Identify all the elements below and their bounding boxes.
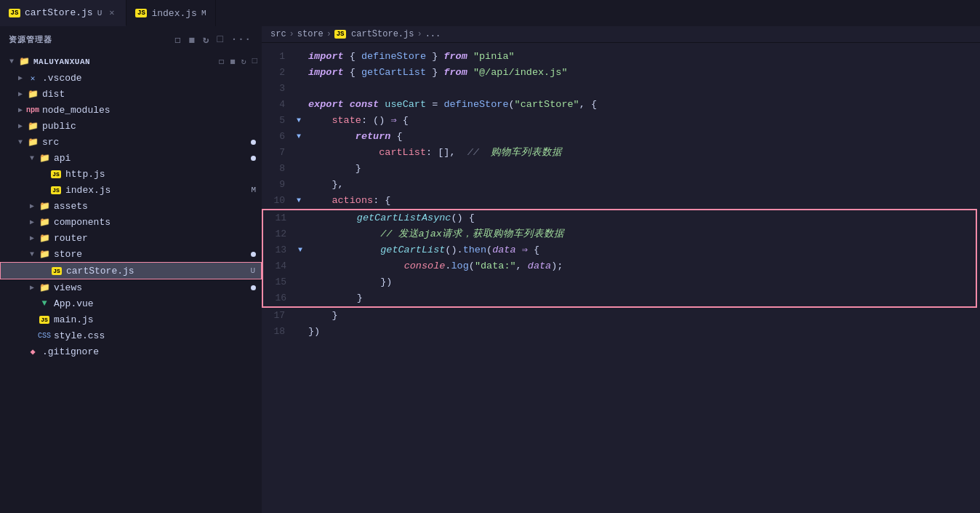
tree-item-main-js[interactable]: JS main.js <box>0 311 262 327</box>
root-actions: ◻ ◼ ↻ □ <box>217 55 259 68</box>
app-vue-icon: ▼ <box>38 297 51 310</box>
tree-item-store[interactable]: ▼ 📁 store <box>0 246 262 262</box>
tree-item-gitignore[interactable]: ◆ .gitignore <box>0 343 262 359</box>
api-modified-dot <box>251 156 256 161</box>
line-arrow-5: ▼ <box>297 113 308 129</box>
tree-item-views[interactable]: ▶ 📁 views <box>0 279 262 295</box>
more-icon[interactable]: ··· <box>230 32 253 47</box>
file-tree: ▼ 📁 MALUYANXUAN ◻ ◼ ↻ □ ▶ ✕ .vscode ▶ 📁 <box>0 53 262 513</box>
tab-cartStore[interactable]: JS cartStore.js U ✕ <box>0 0 126 26</box>
sidebar: 资源管理器 ◻ ◼ ↻ □ ··· ▼ 📁 MALUYANXUAN ◻ ◼ ↻ … <box>0 26 262 513</box>
breadcrumb-file: cartStore.js <box>351 29 414 39</box>
components-label: components <box>54 217 111 228</box>
tab-index[interactable]: JS index.js M <box>126 0 215 26</box>
style-css-label: style.css <box>54 330 105 341</box>
code-line-13: 13 ▼ getCartList().then(data ⇒ { <box>263 242 976 258</box>
main-js-icon: JS <box>38 313 51 326</box>
new-file-icon[interactable]: ◻ <box>173 32 182 47</box>
tree-item-style-css[interactable]: CSS style.css <box>0 327 262 343</box>
line-content-8: } <box>308 161 980 177</box>
tree-item-components[interactable]: ▶ 📁 components <box>0 214 262 230</box>
gitignore-label: .gitignore <box>42 346 99 357</box>
line-content-7: cartList: [], // 购物车列表数据 <box>308 145 980 161</box>
breadcrumb-js-icon: JS <box>334 30 346 39</box>
http-js-label: http.js <box>65 169 105 180</box>
src-modified-dot <box>251 140 256 145</box>
index-js-icon: JS <box>49 183 63 196</box>
breadcrumb-sep1: › <box>289 29 294 39</box>
cartstore-js-icon: JS <box>50 264 63 277</box>
http-js-icon: JS <box>49 167 63 180</box>
code-line-17: 17 } <box>262 308 980 324</box>
breadcrumb-sep2: › <box>326 29 332 39</box>
line-content-4: export const useCart = defineStore("cart… <box>308 97 980 113</box>
store-icon: 📁 <box>38 247 51 261</box>
new-file-root-icon[interactable]: ◻ <box>217 55 225 68</box>
line-num-5: 5 <box>262 113 297 129</box>
new-folder-root-icon[interactable]: ◼ <box>228 55 236 68</box>
code-line-11: 11 getCartListAsync() { <box>263 210 976 226</box>
line-num-13: 13 <box>263 242 298 258</box>
code-line-4: 4 export const useCart = defineStore("ca… <box>262 97 980 113</box>
views-modified-dot <box>251 285 256 290</box>
line-num-7: 7 <box>262 145 297 161</box>
line-num-18: 18 <box>262 324 297 340</box>
code-line-16: 16 } <box>263 290 976 306</box>
code-line-2: 2 import { getCartList } from "@/api/ind… <box>262 65 980 81</box>
src-icon: 📁 <box>26 135 39 148</box>
line-content-12: // 发送ajax请求，获取购物车列表数据 <box>310 226 976 242</box>
tree-item-router[interactable]: ▶ 📁 router <box>0 230 262 246</box>
tree-item-node-modules[interactable]: ▶ npm node_modules <box>0 102 262 118</box>
collapse-root-icon[interactable]: □ <box>251 55 259 68</box>
refresh-icon[interactable]: ↻ <box>201 32 211 47</box>
refresh-root-icon[interactable]: ↻ <box>240 55 248 68</box>
line-arrow-6: ▼ <box>297 129 308 145</box>
tree-item-cartstore-js[interactable]: JS cartStore.js U <box>0 262 262 279</box>
line-content-10: actions: { <box>308 193 980 209</box>
collapse-icon[interactable]: □ <box>215 32 225 47</box>
root-icon: 📁 <box>17 55 31 68</box>
new-folder-icon[interactable]: ◼ <box>188 32 197 47</box>
assets-arrow: ▶ <box>26 200 38 212</box>
npm-icon: npm <box>26 103 39 116</box>
store-arrow: ▼ <box>26 248 38 260</box>
line-content-14: console.log("data:", data); <box>310 258 976 274</box>
line-content-6: return { <box>308 129 980 145</box>
root-label: MALUYANXUAN <box>33 57 90 66</box>
vscode-label: .vscode <box>42 73 82 84</box>
tree-item-index-js[interactable]: JS index.js M <box>0 182 262 198</box>
api-arrow: ▼ <box>26 152 38 164</box>
tree-item-dist[interactable]: ▶ 📁 dist <box>0 86 262 102</box>
src-label: src <box>42 137 59 148</box>
tree-item-http-js[interactable]: JS http.js <box>0 166 262 182</box>
code-line-3: 3 <box>262 81 980 97</box>
main-js-label: main.js <box>54 314 94 325</box>
code-editor[interactable]: 1 import { defineStore } from "pinia" 2 … <box>262 43 980 513</box>
line-content-2: import { getCartList } from "@/api/index… <box>308 65 980 81</box>
js-icon: JS <box>9 9 20 17</box>
tree-item-api[interactable]: ▼ 📁 api <box>0 150 262 166</box>
public-label: public <box>42 121 76 132</box>
tree-root[interactable]: ▼ 📁 MALUYANXUAN ◻ ◼ ↻ □ <box>0 53 262 70</box>
line-arrow-10: ▼ <box>297 193 308 209</box>
tree-item-src[interactable]: ▼ 📁 src <box>0 134 262 150</box>
line-content-15: }) <box>310 274 976 290</box>
tree-item-vscode[interactable]: ▶ ✕ .vscode <box>0 70 262 86</box>
line-content-16: } <box>310 290 976 306</box>
line-content-5: state: () ⇒ { <box>308 113 980 129</box>
line-num-10: 10 <box>262 193 297 209</box>
line-num-16: 16 <box>263 290 298 306</box>
cartstore-js-badge: U <box>250 266 255 275</box>
node-modules-arrow: ▶ <box>15 104 26 116</box>
app-vue-label: App.vue <box>54 298 94 309</box>
tree-item-app-vue[interactable]: ▼ App.vue <box>0 295 262 311</box>
views-arrow: ▶ <box>26 282 38 293</box>
store-modified-dot <box>251 252 256 257</box>
router-arrow: ▶ <box>26 232 38 244</box>
tab-close-button[interactable]: ✕ <box>106 6 117 20</box>
code-line-7: 7 cartList: [], // 购物车列表数据 <box>262 145 980 161</box>
highlight-box: 11 getCartListAsync() { 12 // 发送ajax请求，获… <box>262 209 977 308</box>
tree-item-assets[interactable]: ▶ 📁 assets <box>0 198 262 214</box>
tree-item-public[interactable]: ▶ 📁 public <box>0 118 262 134</box>
code-line-12: 12 // 发送ajax请求，获取购物车列表数据 <box>263 226 976 242</box>
